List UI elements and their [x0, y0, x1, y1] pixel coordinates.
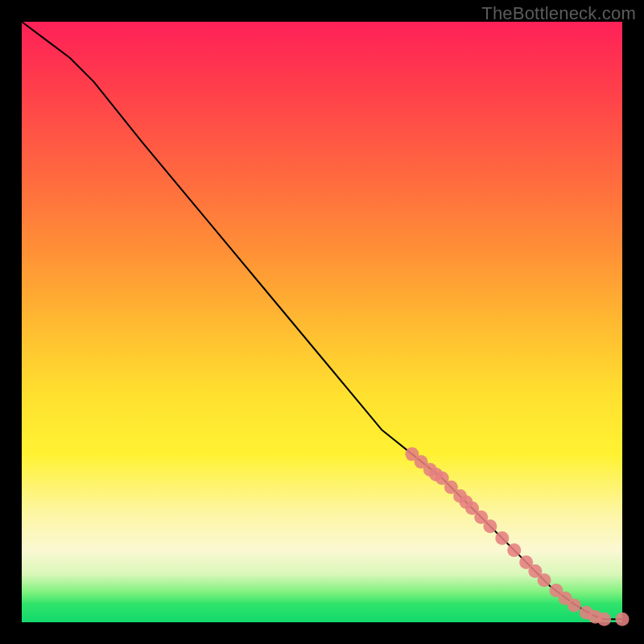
chart-overlay: [22, 22, 622, 622]
marker-point: [507, 543, 521, 557]
bottleneck-curve: [22, 22, 622, 619]
marker-point: [568, 599, 581, 613]
marker-point: [538, 573, 551, 587]
chart-stage: TheBottleneck.com: [0, 0, 644, 644]
marker-point: [597, 613, 611, 626]
marker-group: [405, 448, 629, 626]
marker-point: [483, 519, 497, 533]
marker-point: [616, 613, 630, 626]
marker-point: [495, 531, 509, 545]
